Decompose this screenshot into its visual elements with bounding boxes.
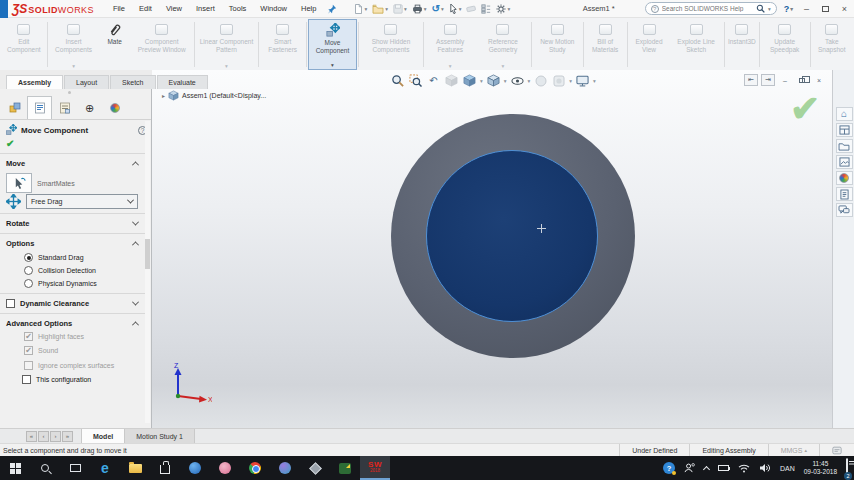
check-highlight-faces[interactable]: ✔Highlight faces [24,332,84,341]
ribbon-button-move-component[interactable]: Move Component ▾ [308,19,357,70]
app-sphere[interactable] [270,456,300,480]
ribbon-button-update-speedpak[interactable]: Update Speedpak [761,19,809,70]
tab-property-manager[interactable] [27,96,52,119]
help-button[interactable]: ?▾ [784,4,793,14]
view-settings-dropdown-icon[interactable]: ▾ [593,78,596,84]
close-button[interactable]: × [835,0,854,18]
search-icon[interactable] [756,4,765,13]
radio-icon[interactable] [24,279,33,288]
menu-window[interactable]: Window [253,0,294,17]
ribbon-button-mate[interactable]: Mate [99,19,131,70]
dynamic-clearance-header[interactable]: Dynamic Clearance [0,296,146,310]
scrollbar-thumb[interactable] [145,239,150,269]
ribbon-button-new-motion-study[interactable]: New Motion Study [533,19,582,70]
checkbox-icon[interactable]: ✔ [24,346,33,355]
edge-app[interactable]: e [90,456,120,480]
assembly-features-dropdown-icon[interactable]: ▾ [449,63,452,69]
options-section-header[interactable]: Options [0,236,146,250]
tab-model[interactable]: Model [81,429,125,443]
undo-dropdown-icon[interactable]: ▾ [441,6,444,12]
tab-display-manager[interactable] [102,96,127,119]
status-units[interactable]: MMGS ▴ [768,444,819,456]
ribbon-button-linear-component-pattern[interactable]: Linear Component Pattern ▾ [195,19,257,70]
tree-root-label[interactable]: Assem1 (Default<Display... [182,92,266,99]
doc-close-button[interactable]: × [812,74,826,86]
tab-feature-manager[interactable] [2,96,27,119]
menu-help[interactable]: Help [294,0,323,17]
panel-splitter-grip[interactable] [68,91,71,94]
radio-physical-dynamics[interactable]: Physical Dynamics [24,279,97,288]
save-dropdown-icon[interactable]: ▾ [404,6,407,12]
wifi-icon[interactable] [738,464,750,473]
minimize-button[interactable]: – [797,0,816,18]
options-gear-button[interactable]: ▾ [495,3,511,15]
view-settings-icon[interactable] [575,73,590,88]
tab-assembly[interactable]: Assembly [6,75,63,89]
previous-view-icon[interactable]: ↶ [426,73,441,88]
pane-right-icon[interactable]: ⇥ [761,74,775,86]
smartmates-button[interactable] [6,173,32,193]
reference-geometry-dropdown-icon[interactable]: ▾ [502,63,505,69]
ribbon-button-explode-line-sketch[interactable]: Explode Line Sketch [669,19,723,70]
clock[interactable]: 11:45 09-03-2018 [804,460,837,476]
display-style-dropdown-icon[interactable]: ▾ [504,78,507,84]
next-tab-button[interactable]: › [50,431,61,442]
custom-properties-icon[interactable] [836,187,853,201]
open-dropdown-icon[interactable]: ▾ [385,6,388,12]
save-button[interactable]: ▾ [392,3,408,15]
action-center-button[interactable]: 2 [846,459,848,477]
store-app[interactable] [150,456,180,480]
appearances-icon[interactable] [836,171,853,185]
app-pink-circle[interactable] [210,456,240,480]
previous-tab-button[interactable]: ‹ [38,431,49,442]
checkbox-icon[interactable]: ✔ [24,332,33,341]
forum-icon[interactable] [836,203,853,217]
panel-scrollbar[interactable] [145,121,150,423]
view-orientation-icon[interactable] [462,73,477,88]
file-explorer-app[interactable] [120,456,150,480]
design-library-icon[interactable] [836,123,853,137]
select-tool-button[interactable]: ▾ [448,2,463,15]
zoom-to-area-icon[interactable] [408,73,423,88]
home-icon[interactable]: ⌂ [836,107,853,121]
undo-button[interactable]: ↺ ▾ [431,3,445,15]
print-button[interactable]: ▾ [411,3,428,15]
menu-insert[interactable]: Insert [189,0,222,17]
display-style-icon[interactable] [486,73,501,88]
pin-menu-icon[interactable] [327,4,337,14]
app-blue-circle[interactable] [180,456,210,480]
start-button[interactable] [0,456,30,480]
chrome-app[interactable] [240,456,270,480]
tab-sketch[interactable]: Sketch [110,75,155,89]
confirmation-corner-ok[interactable]: ✔ [790,88,820,130]
linear-pattern-dropdown-icon[interactable]: ▾ [225,63,228,69]
status-tag-button[interactable] [819,444,854,456]
restore-button[interactable] [816,0,835,18]
move-component-dropdown-icon[interactable]: ▾ [331,62,334,68]
last-tab-button[interactable]: » [62,431,73,442]
taskbar-search-button[interactable] [30,456,60,480]
menu-file[interactable]: File [106,0,132,17]
insert-components-dropdown-icon[interactable]: ▾ [72,63,75,69]
ribbon-button-smart-fasteners[interactable]: Smart Fasteners [260,19,305,70]
dynamic-clearance-checkbox[interactable] [6,299,15,308]
task-view-button[interactable] [60,456,90,480]
menu-view[interactable]: View [159,0,189,17]
ribbon-button-show-hidden-components[interactable]: Show Hidden Components [360,19,422,70]
checkbox-icon[interactable] [24,361,33,370]
tab-dimxpert-manager[interactable]: ⊕ [77,96,102,119]
menu-edit[interactable]: Edit [132,0,159,17]
doc-minimize-button[interactable]: – [778,74,792,86]
radio-icon[interactable] [24,253,33,262]
rotate-section-header[interactable]: Rotate [0,216,146,230]
first-tab-button[interactable]: « [26,431,37,442]
battery-icon[interactable] [718,465,729,471]
tab-motion-study[interactable]: Motion Study 1 [125,429,195,443]
advanced-options-header[interactable]: Advanced Options [0,316,146,330]
ribbon-button-edit-component[interactable]: Edit Component [2,19,46,70]
search-dropdown-icon[interactable]: ▾ [768,6,771,12]
open-document-button[interactable]: ▾ [371,3,389,15]
check-ignore-complex-surfaces[interactable]: Ignore complex surfaces [24,361,114,370]
menu-tools[interactable]: Tools [222,0,254,17]
drag-mode-select[interactable]: Free Drag [26,194,138,209]
